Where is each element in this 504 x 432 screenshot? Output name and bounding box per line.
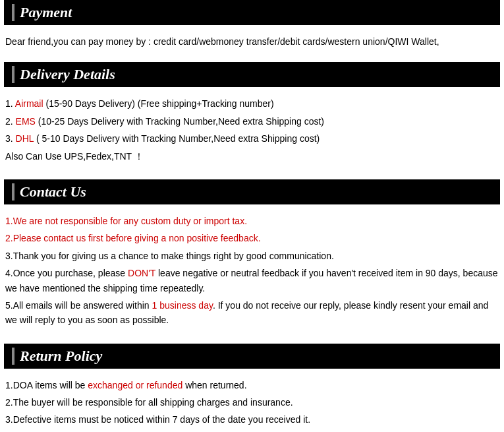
- delivery-num-1: 1.: [5, 98, 15, 109]
- delivery-highlight-3: DHL: [16, 133, 34, 144]
- contact-text-3: 3.Thank you for giving us a chance to ma…: [5, 251, 334, 261]
- return-text-2: 2.The buyer will be responsible for all …: [5, 397, 293, 408]
- contact-header: Contact Us: [4, 179, 500, 204]
- delivery-extra: Also Can Use UPS,Fedex,TNT ！: [5, 149, 499, 164]
- contact-text-2: 2.Please contact us first before giving …: [5, 233, 261, 243]
- return-item-2: 2.The buyer will be responsible for all …: [5, 395, 499, 410]
- return-item-1: 1.DOA items will be exchanged or refunde…: [5, 378, 499, 392]
- payment-section: Payment Dear friend,you can pay money by…: [0, 0, 504, 55]
- contact-item-3: 3.Thank you for giving us a chance to ma…: [5, 249, 499, 263]
- contact-text-1: 1.We are not responsible for any custom …: [5, 216, 247, 226]
- delivery-section: Delivery Details 1. Airmail (15-90 Days …: [0, 62, 504, 173]
- contact-dont: DON'T: [128, 268, 155, 278]
- contact-item-1: 1.We are not responsible for any custom …: [5, 214, 499, 228]
- delivery-item-2: 2. EMS (10-25 Days Delivery with Trackin…: [5, 114, 499, 129]
- return-text-1-before: 1.DOA items will be: [5, 380, 88, 390]
- delivery-rest-2: (10-25 Days Delivery with Tracking Numbe…: [36, 116, 324, 127]
- payment-text: Dear friend,you can pay money by : credi…: [5, 36, 439, 47]
- payment-header: Payment: [4, 0, 500, 25]
- delivery-header: Delivery Details: [4, 62, 500, 87]
- delivery-rest-3: ( 5-10 Days Delivery with Tracking Numbe…: [34, 133, 320, 144]
- contact-item-4: 4.Once you purchase, please DON'T leave …: [5, 266, 499, 295]
- delivery-num-2: 2.: [5, 116, 16, 127]
- delivery-extra-text: Also Can Use UPS,Fedex,TNT ！: [5, 151, 144, 162]
- delivery-title: Delivery Details: [12, 66, 492, 83]
- delivery-item-3: 3. DHL ( 5-10 Days Delivery with Trackin…: [5, 131, 499, 146]
- contact-item-2: 2.Please contact us first before giving …: [5, 231, 499, 245]
- contact-business-day: 1 business day: [152, 300, 213, 311]
- payment-content: Dear friend,you can pay money by : credi…: [4, 30, 500, 55]
- contact-text-4-before: 4.Once you purchase, please: [5, 268, 128, 278]
- return-title: Return Policy: [12, 348, 492, 365]
- contact-item-5: 5.All emails will be answered within 1 b…: [5, 298, 499, 328]
- return-item-3: 3.Defective items must be noticed within…: [5, 412, 499, 427]
- delivery-item-1: 1. Airmail (15-90 Days Delivery) (Free s…: [5, 96, 499, 111]
- delivery-highlight-1: Airmail: [15, 98, 43, 109]
- return-section: Return Policy 1.DOA items will be exchan…: [0, 344, 504, 432]
- contact-content: 1.We are not responsible for any custom …: [4, 210, 500, 337]
- delivery-num-3: 3.: [5, 133, 16, 144]
- delivery-content: 1. Airmail (15-90 Days Delivery) (Free s…: [4, 92, 500, 173]
- return-text-1-after: when returned.: [182, 380, 246, 390]
- return-header: Return Policy: [4, 344, 500, 369]
- contact-text-5-before: 5.All emails will be answered within: [5, 300, 152, 311]
- return-content: 1.DOA items will be exchanged or refunde…: [4, 374, 500, 432]
- contact-section: Contact Us 1.We are not responsible for …: [0, 179, 504, 337]
- delivery-rest-1: (15-90 Days Delivery) (Free shipping+Tra…: [43, 98, 274, 109]
- contact-title: Contact Us: [12, 183, 492, 201]
- return-exchanged: exchanged or refunded: [88, 380, 182, 390]
- delivery-highlight-2: EMS: [16, 116, 36, 127]
- payment-title: Payment: [12, 4, 492, 21]
- return-text-3: 3.Defective items must be noticed within…: [5, 414, 310, 425]
